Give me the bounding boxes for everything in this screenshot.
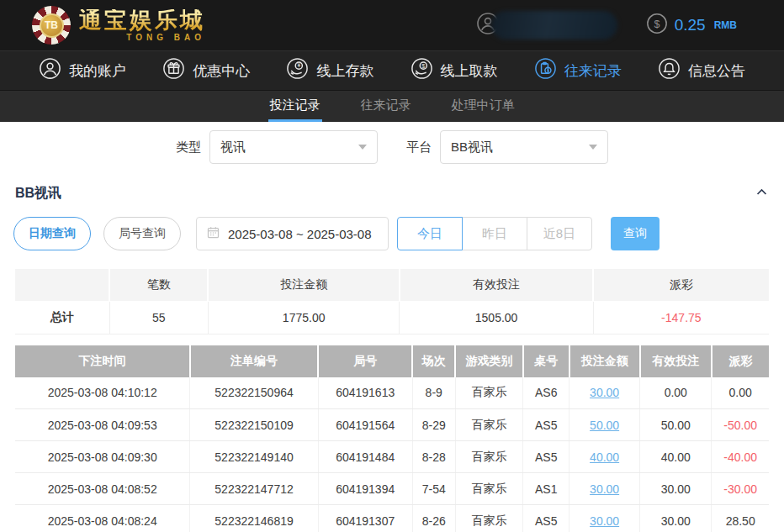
- nav-item-announcements[interactable]: 信息公告: [658, 57, 745, 84]
- section-title: BB视讯: [15, 185, 61, 203]
- brand-title: 通宝娱乐城: [79, 9, 205, 32]
- hand-coin-withdraw-icon: $: [411, 57, 433, 84]
- bet-amount-link[interactable]: 40.00: [569, 441, 640, 473]
- tab-pending-orders[interactable]: 处理中订单: [450, 91, 516, 122]
- table-row: 2025-03-08 04:09:53522322150109604191564…: [15, 409, 769, 441]
- user-account-area[interactable]: [476, 11, 617, 40]
- bet-amount-header: 投注金额: [569, 345, 640, 377]
- search-button[interactable]: 查询: [611, 217, 660, 250]
- type-select[interactable]: 视讯: [209, 130, 378, 164]
- balance-currency: RMB: [714, 19, 737, 31]
- user-icon: [39, 57, 61, 84]
- order-id-cell: 522322149140: [190, 441, 318, 473]
- game-type-cell: 百家乐: [455, 441, 523, 473]
- valid-bet-cell: 30.00: [640, 505, 712, 532]
- username-redacted: [491, 11, 617, 40]
- nav-item-my-account[interactable]: 我的账户: [39, 57, 126, 84]
- valid-bet-header: 有效投注: [640, 345, 712, 377]
- bet-amount-link[interactable]: 30.00: [569, 377, 640, 409]
- valid-bet-cell: 30.00: [640, 473, 712, 505]
- last-8-days-button[interactable]: 近8日: [527, 217, 592, 250]
- table-row: 2025-03-08 04:09:30522322149140604191484…: [15, 441, 769, 473]
- dollar-coin-icon: $: [646, 13, 668, 38]
- svg-text:$: $: [654, 18, 660, 30]
- session-cell: 8-29: [412, 409, 455, 441]
- bet-records-table: 下注时间注单编号局号场次游戏类别桌号投注金额有效投注派彩 2025-03-08 …: [15, 345, 769, 532]
- nav-item-transaction-records[interactable]: 往来记录: [534, 57, 622, 84]
- brand-logo: TB 通宝娱乐城 TONG BAO: [32, 6, 205, 45]
- section-header: BB视讯: [15, 185, 769, 203]
- bet-time-cell: 2025-03-08 04:10:12: [15, 377, 190, 409]
- nav-item-withdrawal[interactable]: $ 线上取款: [411, 57, 498, 84]
- valid-bet-cell: 50.00: [640, 409, 712, 441]
- type-filter-label: 类型: [176, 140, 201, 155]
- hand-coin-deposit-icon: ¥: [286, 57, 309, 84]
- summary-header-valid-bet: 有效投注: [400, 269, 593, 301]
- calendar-icon: [206, 225, 220, 243]
- nav-item-label: 线上取款: [441, 61, 498, 81]
- order-id-cell: 522322147712: [190, 473, 318, 505]
- bet-table-header-row: 下注时间注单编号局号场次游戏类别桌号投注金额有效投注派彩: [15, 345, 769, 377]
- brand-subtitle: TONG BAO: [79, 34, 205, 42]
- bell-icon: [658, 57, 681, 84]
- bet-time-cell: 2025-03-08 04:08:24: [15, 505, 190, 532]
- nav-item-label: 信息公告: [688, 61, 745, 81]
- valid-bet-cell: 0.00: [640, 377, 712, 409]
- summary-total-row: 总计 55 1775.00 1505.00 -147.75: [15, 301, 769, 334]
- casino-chip-icon: TB: [32, 6, 71, 45]
- table-id-cell: AS6: [523, 377, 569, 409]
- date-range-value: 2025-03-08 ~ 2025-03-08: [228, 227, 372, 241]
- table-row: 2025-03-08 04:10:12522322150964604191613…: [15, 377, 769, 409]
- bet-amount-link[interactable]: 50.00: [569, 409, 640, 441]
- summary-total-payout: -147.75: [593, 301, 769, 334]
- nav-item-deposit[interactable]: ¥ 线上存款: [286, 57, 373, 84]
- today-button[interactable]: 今日: [397, 217, 463, 250]
- quick-date-group: 今日 昨日 近8日: [397, 217, 592, 250]
- platform-filter-label: 平台: [406, 140, 432, 155]
- summary-header-count: 笔数: [109, 269, 208, 301]
- round-id-cell: 604191307: [318, 505, 412, 532]
- platform-select[interactable]: BB视讯: [440, 130, 608, 164]
- yesterday-button[interactable]: 昨日: [462, 217, 527, 250]
- query-toolbar: 日期查询 局号查询 2025-03-08 ~ 2025-03-08 今日 昨日 …: [13, 217, 771, 250]
- payout-cell: -40.00: [712, 441, 769, 473]
- tab-transaction-records[interactable]: 往来记录: [359, 91, 413, 122]
- balance-display[interactable]: $ 0.25 RMB: [646, 13, 737, 38]
- chevron-up-icon: [755, 185, 769, 203]
- chevron-down-icon: [589, 145, 597, 150]
- platform-select-value: BB视讯: [451, 140, 493, 155]
- summary-table: 笔数 投注金额 有效投注 派彩 总计 55 1775.00 1505.00 -1…: [15, 269, 769, 334]
- session-header: 场次: [412, 345, 455, 377]
- nav-item-label: 我的账户: [69, 61, 126, 81]
- date-range-input[interactable]: 2025-03-08 ~ 2025-03-08: [196, 217, 389, 250]
- date-query-button[interactable]: 日期查询: [13, 217, 91, 250]
- payout-cell: 0.00: [712, 377, 769, 409]
- game-type-header: 游戏类别: [455, 345, 523, 377]
- bet-amount-link[interactable]: 30.00: [569, 505, 640, 532]
- round-query-button[interactable]: 局号查询: [103, 217, 181, 250]
- table-row: 2025-03-08 04:08:52522322147712604191394…: [15, 473, 769, 505]
- nav-item-promotions[interactable]: 优惠中心: [162, 57, 250, 84]
- bet-time-cell: 2025-03-08 04:09:30: [15, 441, 190, 473]
- game-type-cell: 百家乐: [455, 409, 523, 441]
- tab-bet-records[interactable]: 投注记录: [268, 91, 322, 122]
- table-id-cell: AS5: [523, 409, 569, 441]
- summary-total-count: 55: [109, 301, 208, 334]
- round-id-cell: 604191484: [318, 441, 412, 473]
- payout-cell: -30.00: [712, 473, 769, 505]
- bet-amount-link[interactable]: 30.00: [569, 473, 640, 505]
- records-sub-navigation: 投注记录 往来记录 处理中订单: [0, 91, 784, 122]
- bet-time-header: 下注时间: [15, 345, 190, 377]
- bet-time-cell: 2025-03-08 04:09:53: [15, 409, 190, 441]
- svg-text:¥: ¥: [298, 62, 301, 68]
- summary-header-empty: [15, 269, 109, 301]
- order-id-header: 注单编号: [190, 345, 318, 377]
- summary-header-payout: 派彩: [593, 269, 769, 301]
- summary-total-valid: 1505.00: [400, 301, 593, 334]
- game-type-cell: 百家乐: [455, 377, 523, 409]
- type-select-value: 视讯: [220, 140, 246, 155]
- summary-total-label: 总计: [15, 301, 109, 334]
- order-id-cell: 522322150964: [190, 377, 318, 409]
- summary-header-row: 笔数 投注金额 有效投注 派彩: [15, 269, 769, 301]
- collapse-section-button[interactable]: [755, 185, 769, 203]
